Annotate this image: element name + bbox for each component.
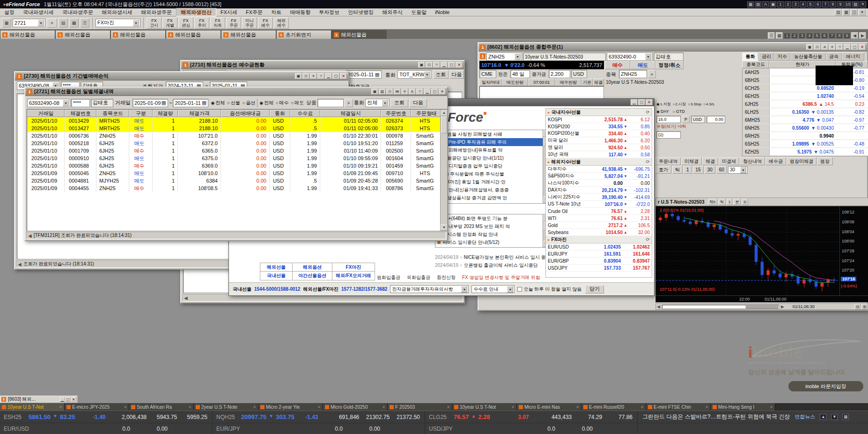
quote-header[interactable]: 종목코드: [742, 61, 769, 68]
menu-item[interactable]: iNoble: [431, 8, 454, 16]
category-tab[interactable]: 금리: [758, 52, 774, 61]
column-header[interactable]: 구분: [129, 110, 153, 117]
menu-item[interactable]: 설정: [0, 8, 19, 16]
minimize-button[interactable]: ▁: [631, 99, 638, 105]
chart-tool-button[interactable]: D: [742, 199, 748, 205]
column-header[interactable]: 체결일시: [320, 110, 381, 117]
section-tab[interactable]: 미체결: [681, 157, 702, 165]
popup-close-button[interactable]: 닫기: [585, 285, 604, 294]
document-tab[interactable]: 1해외선물옵: [331, 30, 387, 39]
zoom-out-icon[interactable]: ⊖: [854, 304, 861, 309]
section-tab[interactable]: 주문내역: [655, 157, 681, 165]
maximize-button[interactable]: ▢: [332, 73, 339, 79]
vertical-scrollbar[interactable]: ▲ ▼: [440, 110, 447, 231]
currency-icon[interactable]: ₩: [394, 88, 401, 95]
toolbar-chart-icon[interactable]: ▤: [59, 18, 68, 28]
table-row[interactable]: 2025/01/090004881MJYH25매도163840.00USD.50…: [27, 177, 447, 184]
type-filter-radio[interactable]: ◉전체: [211, 100, 225, 106]
titlebar-tool-icon[interactable]: A: [762, 1, 769, 7]
notice-item[interactable]: 버 내부망 2023 MS 보안 패치 적: [435, 222, 549, 230]
toolbar-button-FX추이[interactable]: FX추이: [194, 17, 209, 29]
symbol-tab[interactable]: Micro 2-year Yie✕: [258, 403, 323, 411]
tab-number-2[interactable]: 2: [791, 33, 798, 39]
product-field[interactable]: [317, 99, 344, 107]
price-chart[interactable]: 108'12108'08108'04108'00107'28107'24107'…: [655, 206, 868, 296]
tab-number-6[interactable]: 6: [821, 33, 828, 39]
fx-rate-row[interactable]: USD/JPY157.733157.767: [546, 265, 652, 272]
scroll-left-icon[interactable]: ◀: [184, 295, 188, 301]
news-ticker[interactable]: 그린란드 다음은 스발바르?…트럼프-푸틴 위협에 북극 긴장연합뉴스▲▼▦: [638, 413, 868, 421]
popup-link[interactable]: 외화입출금: [407, 274, 430, 281]
quote-row[interactable]: 6CH250.69520-0.19: [743, 84, 868, 92]
next-button[interactable]: 다음: [449, 70, 464, 79]
close-button[interactable]: ✕: [859, 44, 866, 50]
popup-link[interactable]: 원화입출금: [377, 274, 400, 281]
popup-link[interactable]: FX 영업일 변경사항 및 주말거래 위험: [462, 274, 540, 281]
toolbar-list-icon[interactable]: ☰: [80, 18, 89, 28]
popup-menu-item[interactable]: 야간선물옵션: [293, 272, 332, 280]
symbol-tab[interactable]: 2year U.S T-Note✕: [194, 403, 258, 411]
minimize-button[interactable]: ▁: [325, 73, 332, 79]
tab-number-1[interactable]: 1: [784, 33, 790, 39]
quote-row[interactable]: 6NH250.55600▼ 0.00430-0.77: [743, 124, 868, 132]
notice-item[interactable]: 행) 주식분할에 따른 주식선물: [435, 170, 549, 178]
print-icon[interactable]: ⎙: [426, 62, 433, 68]
titlebar-tool-icon[interactable]: ▧: [755, 1, 761, 7]
titlebar-tool-icon[interactable]: ▣: [770, 1, 776, 7]
index-row[interactable]: DAX지수20,214.79▼-102.31: [546, 187, 652, 194]
close-icon[interactable]: ✕: [860, 1, 866, 7]
image-icon[interactable]: ▨: [379, 88, 386, 95]
next-button[interactable]: 다음: [409, 99, 427, 107]
query-button[interactable]: 조회: [433, 70, 449, 79]
symbol-tab[interactable]: South African Ra✕: [129, 403, 194, 411]
menu-item[interactable]: FX주문: [242, 8, 267, 16]
order-qty-field[interactable]: (2): [656, 131, 681, 139]
close-icon[interactable]: ✕: [59, 405, 62, 409]
print-icon[interactable]: ⎙: [814, 44, 821, 50]
close-button[interactable]: ✕: [71, 397, 76, 402]
tab-scroll-icon[interactable]: ▶: [859, 32, 866, 39]
settings-icon[interactable]: ✳: [829, 44, 836, 50]
section-tab[interactable]: 청산내역: [740, 157, 765, 165]
status-icon[interactable]: ▲: [820, 414, 826, 420]
popup-menu-item[interactable]: 해외선물: [260, 263, 293, 272]
notice-item[interactable]: 단 디지털증권 업무 일시중단: [435, 162, 549, 170]
section-tab[interactable]: 미결제: [719, 157, 739, 165]
column-header[interactable]: 수수료: [290, 110, 320, 117]
minimize-button[interactable]: ▁: [424, 88, 431, 95]
menu-item[interactable]: 도움말: [407, 8, 431, 16]
fee-info-combo[interactable]: 수수료 안내▼: [471, 285, 515, 293]
index-row[interactable]: US T-Note 10년107'16.0▼-0'22.0: [546, 201, 652, 208]
tab-number-8[interactable]: 8: [836, 33, 843, 39]
tab-number-5[interactable]: 5: [814, 33, 820, 39]
index-row[interactable]: 미국 달러1,466.30▲6.20: [546, 137, 652, 144]
fx-rate-row[interactable]: EUR/USD1.024351.02462: [546, 243, 652, 250]
index-row[interactable]: Soybeans1014.50▲32.00: [546, 229, 652, 236]
notice-item[interactable]: 정 Pre-IPO 투자권유 피해 주의: [435, 138, 549, 146]
close-icon[interactable]: ✕: [253, 405, 256, 409]
scroll-left-icon[interactable]: ◀: [28, 233, 32, 238]
notice-item[interactable]: 기 피해예방안내]유튜브를 약: [435, 146, 549, 154]
popup-menu-item[interactable]: FX마진: [332, 263, 375, 272]
maximize-button[interactable]: ▢: [638, 99, 645, 105]
settings-icon[interactable]: ✳: [401, 88, 408, 95]
quote-row[interactable]: 6ZH255.1975▼ 0.0475-0.91: [743, 148, 868, 156]
table-row[interactable]: 2025/01/1000052186JH25매도16372.00.00USD1.…: [27, 140, 447, 147]
symbol-tab[interactable]: Mini-Hang Seng I✕: [711, 403, 775, 411]
document-tab[interactable]: 1초기화면지: [276, 30, 331, 39]
window-titlebar[interactable]: 1 [2730] 해외선물옵션 기간별매매손익 ▣⎙✳? ▁▢✕: [15, 72, 348, 81]
side-filter-radio[interactable]: ○매도: [291, 100, 303, 106]
quote-row[interactable]: 6SH251.09895▼ 0.00525-0.48: [743, 140, 868, 148]
quote-row[interactable]: 6LH250.16350▼ 0.00135-0.82: [743, 108, 868, 116]
order-type-radio[interactable]: ○2.시장: [673, 102, 686, 107]
workspace-button-9[interactable]: 9: [837, 1, 844, 7]
section-tab[interactable]: 체결: [702, 157, 718, 165]
order-type-radio[interactable]: ○3.Stop: [688, 102, 701, 106]
type-filter-radio[interactable]: ○옵션: [243, 100, 255, 106]
chart-tool-button[interactable]: 1: [727, 199, 732, 205]
symbol-tab[interactable]: 10year U.S T-Not✕: [452, 403, 517, 411]
column-header[interactable]: 거래일: [27, 110, 65, 117]
checkbox-icon[interactable]: [517, 287, 522, 292]
close-icon[interactable]: ✕: [705, 405, 708, 409]
workspace-button-10[interactable]: 10: [845, 1, 851, 7]
